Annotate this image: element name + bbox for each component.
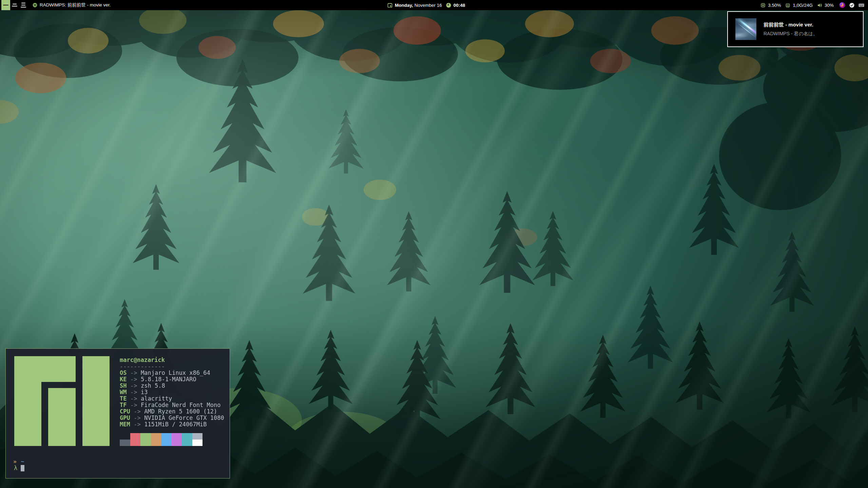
- palette-swatch: [130, 433, 141, 440]
- system-tray: [839, 2, 864, 8]
- fetch-row-terminal: TE->alacritty: [120, 395, 224, 402]
- fetch-row-os: OS->Manjaro Linux x86_64: [120, 370, 224, 376]
- palette-row-normal: [120, 433, 202, 440]
- album-art: [735, 18, 756, 40]
- cpu-module: 3.50%: [760, 3, 781, 8]
- weekday-text: Monday,: [395, 3, 413, 8]
- fetch-row-font: TF->FiraCode Nerd Font Mono: [120, 402, 224, 408]
- palette-swatch: [161, 440, 172, 446]
- fetch-row-cpu: CPU->AMD Ryzen 5 1600 (12): [120, 408, 224, 415]
- fetch-row-gpu: GPU->NVIDIA GeForce GTX 1080: [120, 415, 224, 421]
- workspace-1-glyph: [3, 5, 8, 5]
- volume-module: 30%: [817, 3, 834, 8]
- palette-swatch: [151, 440, 161, 446]
- keyboard-icon[interactable]: [859, 3, 864, 7]
- palette-swatch: [140, 433, 151, 440]
- top-bar: 一 二 三 RADWIMPS: 前前前世 - movie ver.: [0, 0, 868, 10]
- cpu-icon: [760, 3, 766, 8]
- now-playing-title: RADWIMPS: 前前前世 - movie ver.: [40, 2, 111, 8]
- time-text: 00:48: [454, 3, 465, 8]
- palette-swatch: [172, 433, 182, 440]
- fetch-row-kernel: KE->5.8.18-1-MANJARO: [120, 376, 224, 383]
- manjaro-logo-middle: [48, 388, 76, 446]
- workspace-1[interactable]: 一: [1, 0, 10, 10]
- fetch-row-shell: SH->zsh 5.8: [120, 383, 224, 389]
- calendar-icon: [387, 3, 392, 8]
- terminal-window[interactable]: marc@nazarick ------------- OS->Manjaro …: [5, 348, 230, 479]
- palette-swatch: [120, 440, 130, 446]
- palette-swatch: [120, 433, 130, 440]
- terminal-color-palette: [120, 433, 202, 446]
- notification-text: 前前前世 - movie ver. RADWIMPS - 君の名は。: [764, 22, 818, 37]
- palette-swatch: [151, 433, 161, 440]
- manjaro-logo-topbar: [14, 356, 76, 382]
- memory-usage-text: 1,0G/24G: [793, 3, 813, 8]
- volume-level-text: 30%: [825, 3, 834, 8]
- fetch-row-wm: WM->i3: [120, 389, 224, 395]
- spotify-icon: [33, 3, 37, 7]
- terminal-cursor: [21, 465, 24, 471]
- palette-swatch: [182, 440, 192, 446]
- workspace-2[interactable]: 二: [10, 0, 19, 10]
- palette-row-bright: [120, 440, 202, 446]
- palette-swatch: [192, 440, 203, 446]
- date-text: November 16: [414, 3, 442, 8]
- workspace-3[interactable]: 三: [19, 0, 28, 10]
- fetch-row-memory: MEM->1151MiB / 24067MiB: [120, 421, 224, 428]
- cpu-usage-text: 3.50%: [768, 3, 781, 8]
- palette-swatch: [172, 440, 182, 446]
- manjaro-logo-right: [82, 356, 110, 446]
- workspace-3-glyph: [21, 3, 26, 7]
- memory-icon: [785, 3, 790, 8]
- prompt-path-line: »~: [13, 459, 24, 465]
- clock-icon: [446, 3, 451, 8]
- updater-check-icon[interactable]: [849, 3, 854, 8]
- palette-swatch: [161, 433, 172, 440]
- notification-now-playing[interactable]: 前前前世 - movie ver. RADWIMPS - 君の名は。: [727, 11, 864, 47]
- user-host: marc@nazarick: [120, 357, 224, 363]
- spotify-module[interactable]: RADWIMPS: 前前前世 - movie ver.: [33, 2, 111, 8]
- prompt-lambda: λ: [14, 465, 17, 471]
- prompt-input-line[interactable]: λ: [13, 465, 24, 471]
- bar-right-modules: 3.50% 1,0G/24G: [760, 2, 868, 8]
- palette-swatch: [140, 440, 151, 446]
- prompt-path: ~: [21, 458, 24, 465]
- neofetch-output: marc@nazarick ------------- OS->Manjaro …: [120, 357, 224, 428]
- prompt-arrows: »: [13, 458, 17, 465]
- datetime-module: Monday, November 16 00:48: [387, 0, 465, 10]
- firefox-nightly-icon[interactable]: [839, 2, 845, 8]
- workspace-2-glyph: [12, 4, 17, 6]
- palette-swatch: [192, 433, 203, 440]
- memory-module: 1,0G/24G: [785, 3, 813, 8]
- volume-icon: [817, 3, 822, 8]
- palette-swatch: [182, 433, 192, 440]
- manjaro-logo: [14, 356, 110, 446]
- desktop: 一 二 三 RADWIMPS: 前前前世 - movie ver.: [0, 0, 868, 488]
- fetch-separator: -------------: [120, 363, 224, 370]
- notification-subtitle: RADWIMPS - 君の名は。: [764, 31, 818, 37]
- notification-title: 前前前世 - movie ver.: [764, 22, 818, 28]
- palette-swatch: [130, 440, 141, 446]
